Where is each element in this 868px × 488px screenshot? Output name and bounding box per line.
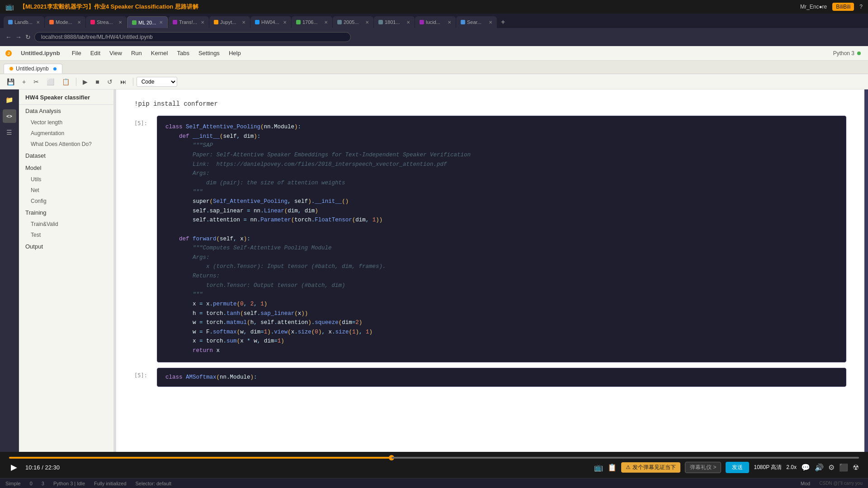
sidebar-item-config[interactable]: Config <box>19 196 113 206</box>
bilibili-logo: 📺 <box>5 3 14 11</box>
run-button[interactable]: ▶ <box>80 76 91 87</box>
sidebar-item-utils[interactable]: Utils <box>19 174 113 185</box>
kernel-dot <box>857 52 861 55</box>
help-btn[interactable]: ? <box>859 4 863 10</box>
jupyter-logo: J <box>0 50 17 56</box>
stop-button[interactable]: ■ <box>92 76 102 87</box>
sidebar-item-attention[interactable]: What Does Attention Do? <box>19 139 113 150</box>
menu-edit[interactable]: Edit <box>86 46 105 61</box>
bilibili-btn[interactable]: BiliBili <box>832 3 854 11</box>
list-icon[interactable]: ☰ <box>3 126 16 139</box>
sidebar-item-trainvalid[interactable]: Train&Valid <box>19 219 113 230</box>
address-input-container[interactable]: localhost:8888/lab/tree/ML/HW4/Untitled.… <box>34 32 351 42</box>
sidebar-item-test[interactable]: Test <box>19 230 113 240</box>
notebook-tab-active[interactable]: Untitled.ipynb <box>4 64 62 74</box>
tab-close-9[interactable]: ✕ <box>365 20 369 25</box>
tab-7[interactable]: HW04... ✕ <box>250 16 291 28</box>
sidebar-item-augmentation[interactable]: Augmentation <box>19 128 113 139</box>
right-scrollbar[interactable] <box>864 89 868 488</box>
csdn-credit: CSDN @|"ll carry you <box>819 481 863 486</box>
cell-type-select[interactable]: Code Markdown Raw <box>137 77 177 87</box>
progress-bar-container[interactable] <box>9 457 859 459</box>
settings-icon[interactable]: ⚙ <box>828 463 835 472</box>
danmaku-warning: ⚠ 发个弹幕见证当下 <box>621 462 680 473</box>
danmaku-toggle-icon[interactable]: 💬 <box>801 463 810 472</box>
sidebar-item-vector-length[interactable]: Vector length <box>19 117 113 128</box>
tab-2[interactable]: Mode... ✕ <box>45 16 85 28</box>
restart-button[interactable]: ↺ <box>104 76 116 87</box>
code-line-2: def __init__(self, dim): <box>165 132 838 141</box>
tab-close-12[interactable]: ✕ <box>489 20 492 25</box>
tab-3[interactable]: Strea... ✕ <box>86 16 127 28</box>
tabs-bar: Landb... ✕ Mode... ✕ Strea... ✕ ML 20...… <box>0 14 868 28</box>
copy-cell-button[interactable]: ⬜ <box>43 76 57 87</box>
paste-cell-button[interactable]: 📋 <box>59 76 73 87</box>
sidebar-item-output[interactable]: Output <box>19 240 113 253</box>
sidebar-item-model[interactable]: Model <box>19 162 113 174</box>
tab-close-1[interactable]: ✕ <box>36 20 40 25</box>
tab-9[interactable]: 2005... ✕ <box>333 16 373 28</box>
danmaku-icon-1[interactable]: 📺 <box>594 463 603 472</box>
menu-settings[interactable]: Settings <box>194 46 224 61</box>
browser-chrome: 📺 【ML2021李宏毅机器学习】作业4 Speaker Classificat… <box>0 0 868 46</box>
tab-5[interactable]: Trans!... ✕ <box>168 16 209 28</box>
tab-close-3[interactable]: ✕ <box>118 20 122 25</box>
tab-close-7[interactable]: ✕ <box>283 20 287 25</box>
fast-forward-button[interactable]: ⏭ <box>117 76 130 87</box>
code-icon[interactable]: <> <box>3 109 16 123</box>
menu-view[interactable]: View <box>105 46 127 61</box>
sidebar-header: HW4 Speaker classifier <box>19 89 113 105</box>
sidebar-item-training[interactable]: Training <box>19 206 113 219</box>
menu-help[interactable]: Help <box>224 46 245 61</box>
volume-icon[interactable]: 🔊 <box>815 463 824 472</box>
add-cell-button[interactable]: + <box>19 76 29 87</box>
code-line-4: Paper: Self-Attentive Speaker Embeddings… <box>165 150 838 160</box>
code-line-6: Args: <box>165 169 838 178</box>
address-bar: ← → ↻ localhost:8888/lab/tree/ML/HW4/Unt… <box>0 28 868 46</box>
folder-icon[interactable]: 📁 <box>3 93 16 107</box>
danmaku-icon-2[interactable]: 📋 <box>608 463 617 472</box>
tab-12[interactable]: Sear... ✕ <box>456 16 497 28</box>
menu-kernel[interactable]: Kernel <box>146 46 173 61</box>
tab-close-5[interactable]: ✕ <box>201 20 204 25</box>
save-button[interactable]: 💾 <box>4 76 18 87</box>
back-button[interactable]: ← <box>5 33 12 41</box>
tab-close-6[interactable]: ✕ <box>242 20 245 25</box>
tab-6[interactable]: Jupyt... ✕ <box>209 16 250 28</box>
menu-run[interactable]: Run <box>127 46 146 61</box>
forward-button[interactable]: → <box>15 33 22 41</box>
pip-install-text: !pip install conformer <box>134 99 846 109</box>
cut-cell-button[interactable]: ✂ <box>30 76 42 87</box>
fullscreen-icon[interactable]: ⬛ <box>839 463 848 472</box>
reload-button[interactable]: ↻ <box>25 33 31 41</box>
tab-4-active[interactable]: ML 20... ✕ <box>127 16 168 28</box>
sidebar-item-net[interactable]: Net <box>19 185 113 196</box>
tab-close-2[interactable]: ✕ <box>77 20 81 25</box>
play-pause-button[interactable]: ▶ <box>9 461 19 473</box>
danmaku-礼-button[interactable]: 弹幕礼仪 > <box>685 462 721 473</box>
speed-button[interactable]: 2.0x <box>786 464 797 470</box>
tab-close-10[interactable]: ✕ <box>406 20 410 25</box>
sidebar-item-data-analysis[interactable]: Data Analysis <box>19 105 113 117</box>
tab-10[interactable]: 1801... ✕ <box>374 16 415 28</box>
tab-close-4[interactable]: ✕ <box>159 20 163 25</box>
tab-close-8[interactable]: ✕ <box>324 20 328 25</box>
notebook-tab-label: Untitled.ipynb <box>16 66 49 72</box>
tab-11[interactable]: lucid... ✕ <box>415 16 456 28</box>
code-cell-2-wrapper: [5]: class AMSoftmax(nn.Module): <box>157 368 846 387</box>
code-cell-2[interactable]: class AMSoftmax(nn.Module): <box>157 368 846 387</box>
tab-1[interactable]: Landb... ✕ <box>4 16 44 28</box>
new-tab-button[interactable]: + <box>497 16 509 28</box>
code-line-next: class AMSoftmax(nn.Module): <box>165 373 838 382</box>
menu-tabs[interactable]: Tabs <box>172 46 193 61</box>
menu-file[interactable]: File <box>67 46 86 61</box>
sidebar-item-dataset[interactable]: Dataset <box>19 150 113 162</box>
tab-8[interactable]: 1706... ✕ <box>292 16 332 28</box>
code-cell[interactable]: class Self_Attentive_Pooling(nn.Module):… <box>157 116 846 362</box>
send-danmaku-button[interactable]: 发送 <box>726 462 749 473</box>
quality-button[interactable]: 1080P 高清 <box>754 464 782 471</box>
code-line-1: class Self_Attentive_Pooling(nn.Module): <box>165 122 838 132</box>
tab-close-11[interactable]: ✕ <box>448 20 451 25</box>
nuclear-icon[interactable]: ☢ <box>853 463 859 472</box>
notebook-content: !pip install conformer [5]: class Self_A… <box>116 89 864 488</box>
